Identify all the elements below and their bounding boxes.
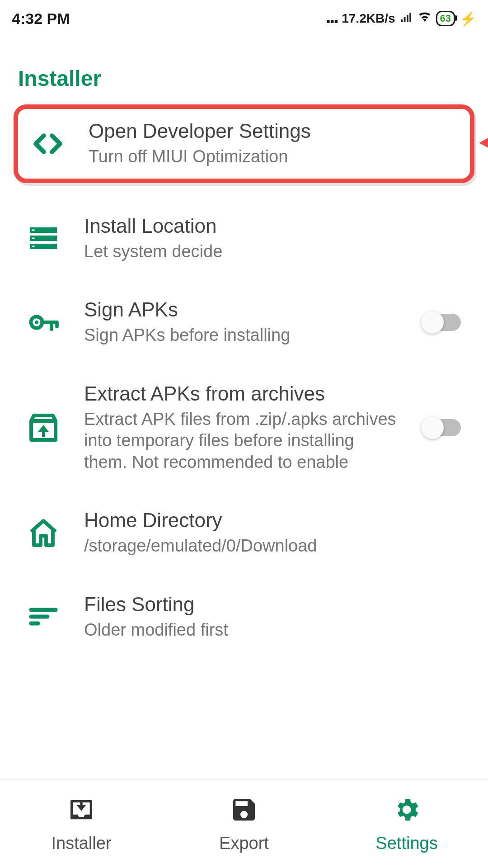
settings-row-developer[interactable]: Open Developer Settings Turn off MIUI Op… <box>23 115 465 172</box>
annotation-arrow-icon <box>479 125 488 163</box>
nav-label: Export <box>219 834 269 853</box>
row-text: Files Sorting Older modified first <box>84 593 467 641</box>
cellular-signal-icon <box>400 10 413 27</box>
row-text: Home Directory /storage/emulated/0/Downl… <box>84 509 467 557</box>
more-dots-icon: ... <box>325 5 337 26</box>
row-subtitle: Let system decide <box>84 241 467 263</box>
row-text: Sign APKs Sign APKs before installing <box>84 298 399 346</box>
nav-installer[interactable]: Installer <box>0 780 163 868</box>
save-icon <box>230 795 258 828</box>
charging-icon: ⚡ <box>460 11 476 27</box>
row-subtitle: Older modified first <box>84 619 467 641</box>
row-text: Extract APKs from archives Extract APK f… <box>84 382 399 473</box>
settings-row-extract-apks[interactable]: Extract APKs from archives Extract APK f… <box>14 364 474 491</box>
svg-rect-3 <box>32 230 35 231</box>
toggle-thumb <box>421 311 444 334</box>
settings-row-files-sorting[interactable]: Files Sorting Older modified first <box>14 575 474 659</box>
toggle-track <box>424 419 461 436</box>
nav-settings[interactable]: Settings <box>325 780 488 868</box>
row-subtitle: Extract APK files from .zip/.apks archiv… <box>84 409 399 473</box>
toggle-sign-apks[interactable] <box>418 314 467 331</box>
nav-export[interactable]: Export <box>163 780 325 868</box>
nav-label: Installer <box>51 834 111 853</box>
code-icon <box>25 127 70 160</box>
row-subtitle: Sign APKs before installing <box>84 325 399 346</box>
page-header: Installer <box>0 34 488 104</box>
key-icon <box>21 306 66 339</box>
battery-icon: 63 <box>436 11 455 26</box>
toggle-track <box>424 314 461 331</box>
status-right: ... 17.2KB/s 63 ⚡ <box>325 8 476 29</box>
toggle-extract-apks[interactable] <box>418 419 467 436</box>
toggle-thumb <box>421 416 444 439</box>
page-title: Installer <box>18 66 470 91</box>
settings-row-install-location[interactable]: Install Location Let system decide <box>14 197 474 281</box>
settings-row-home-directory[interactable]: Home Directory /storage/emulated/0/Downl… <box>14 491 474 575</box>
status-time: 4:32 PM <box>12 10 70 28</box>
row-text: Install Location Let system decide <box>84 215 467 263</box>
row-title: Files Sorting <box>84 593 467 616</box>
home-icon <box>21 517 66 549</box>
row-title: Home Directory <box>84 509 467 532</box>
inbox-icon <box>67 795 96 828</box>
wifi-icon <box>418 10 432 27</box>
network-speed: 17.2KB/s <box>342 11 395 26</box>
svg-rect-5 <box>32 246 35 247</box>
nav-label: Settings <box>375 834 437 853</box>
row-subtitle: /storage/emulated/0/Download <box>84 535 467 557</box>
row-subtitle: Turn off MIUI Optimization <box>89 146 463 168</box>
bottom-nav: Installer Export Settings <box>0 779 488 868</box>
unarchive-icon <box>21 411 66 444</box>
row-title: Extract APKs from archives <box>84 382 399 405</box>
row-text: Open Developer Settings Turn off MIUI Op… <box>89 120 463 168</box>
svg-point-7 <box>35 321 38 324</box>
row-title: Open Developer Settings <box>89 120 463 142</box>
highlight-border: Open Developer Settings Turn off MIUI Op… <box>14 104 474 183</box>
settings-row-sign-apks[interactable]: Sign APKs Sign APKs before installing <box>14 280 474 364</box>
settings-list: Open Developer Settings Turn off MIUI Op… <box>0 104 488 779</box>
sort-icon <box>21 600 66 633</box>
storage-icon <box>21 222 66 255</box>
row-title: Sign APKs <box>84 298 399 321</box>
svg-rect-4 <box>32 238 35 239</box>
highlighted-row: Open Developer Settings Turn off MIUI Op… <box>14 104 474 183</box>
gear-icon <box>392 795 421 828</box>
status-bar: 4:32 PM ... 17.2KB/s 63 ⚡ <box>0 0 488 34</box>
row-title: Install Location <box>84 215 467 237</box>
